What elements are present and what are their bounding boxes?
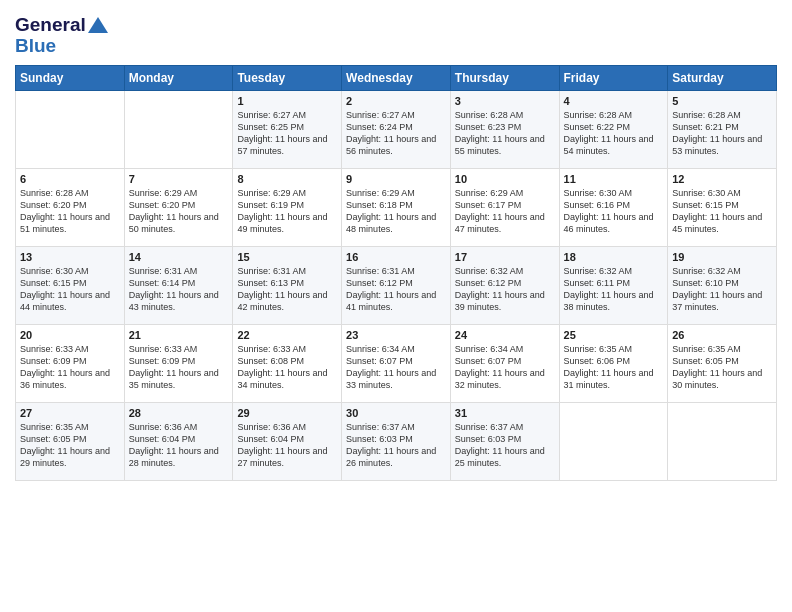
cell-details: Sunrise: 6:37 AMSunset: 6:03 PMDaylight:… — [455, 421, 555, 470]
logo: General Blue — [15, 10, 108, 57]
calendar-cell: 18Sunrise: 6:32 AMSunset: 6:11 PMDayligh… — [559, 246, 668, 324]
calendar-cell: 3Sunrise: 6:28 AMSunset: 6:23 PMDaylight… — [450, 90, 559, 168]
calendar-cell: 23Sunrise: 6:34 AMSunset: 6:07 PMDayligh… — [342, 324, 451, 402]
calendar-week-0: 1Sunrise: 6:27 AMSunset: 6:25 PMDaylight… — [16, 90, 777, 168]
calendar-cell: 19Sunrise: 6:32 AMSunset: 6:10 PMDayligh… — [668, 246, 777, 324]
calendar-cell: 30Sunrise: 6:37 AMSunset: 6:03 PMDayligh… — [342, 402, 451, 480]
header-day-monday: Monday — [124, 65, 233, 90]
calendar-cell — [16, 90, 125, 168]
main-container: General Blue SundayMondayTuesdayWednesda… — [0, 0, 792, 491]
calendar-cell: 9Sunrise: 6:29 AMSunset: 6:18 PMDaylight… — [342, 168, 451, 246]
calendar-week-1: 6Sunrise: 6:28 AMSunset: 6:20 PMDaylight… — [16, 168, 777, 246]
calendar-cell: 13Sunrise: 6:30 AMSunset: 6:15 PMDayligh… — [16, 246, 125, 324]
header: General Blue — [15, 10, 777, 57]
svg-marker-0 — [88, 17, 108, 33]
calendar-cell: 2Sunrise: 6:27 AMSunset: 6:24 PMDaylight… — [342, 90, 451, 168]
day-number: 26 — [672, 329, 772, 341]
day-number: 20 — [20, 329, 120, 341]
cell-details: Sunrise: 6:29 AMSunset: 6:17 PMDaylight:… — [455, 187, 555, 236]
cell-details: Sunrise: 6:34 AMSunset: 6:07 PMDaylight:… — [346, 343, 446, 392]
calendar-cell: 20Sunrise: 6:33 AMSunset: 6:09 PMDayligh… — [16, 324, 125, 402]
cell-details: Sunrise: 6:35 AMSunset: 6:05 PMDaylight:… — [672, 343, 772, 392]
cell-details: Sunrise: 6:28 AMSunset: 6:21 PMDaylight:… — [672, 109, 772, 158]
header-day-saturday: Saturday — [668, 65, 777, 90]
calendar-cell: 4Sunrise: 6:28 AMSunset: 6:22 PMDaylight… — [559, 90, 668, 168]
logo-general: General — [15, 14, 86, 35]
cell-details: Sunrise: 6:28 AMSunset: 6:22 PMDaylight:… — [564, 109, 664, 158]
day-number: 11 — [564, 173, 664, 185]
calendar-cell — [559, 402, 668, 480]
day-number: 12 — [672, 173, 772, 185]
cell-details: Sunrise: 6:32 AMSunset: 6:12 PMDaylight:… — [455, 265, 555, 314]
logo-icon — [88, 17, 108, 33]
cell-details: Sunrise: 6:29 AMSunset: 6:18 PMDaylight:… — [346, 187, 446, 236]
day-number: 6 — [20, 173, 120, 185]
cell-details: Sunrise: 6:33 AMSunset: 6:08 PMDaylight:… — [237, 343, 337, 392]
calendar-cell: 25Sunrise: 6:35 AMSunset: 6:06 PMDayligh… — [559, 324, 668, 402]
header-day-friday: Friday — [559, 65, 668, 90]
calendar-cell: 5Sunrise: 6:28 AMSunset: 6:21 PMDaylight… — [668, 90, 777, 168]
calendar-cell: 8Sunrise: 6:29 AMSunset: 6:19 PMDaylight… — [233, 168, 342, 246]
calendar-cell: 31Sunrise: 6:37 AMSunset: 6:03 PMDayligh… — [450, 402, 559, 480]
cell-details: Sunrise: 6:31 AMSunset: 6:12 PMDaylight:… — [346, 265, 446, 314]
cell-details: Sunrise: 6:36 AMSunset: 6:04 PMDaylight:… — [237, 421, 337, 470]
day-number: 16 — [346, 251, 446, 263]
day-number: 28 — [129, 407, 229, 419]
day-number: 30 — [346, 407, 446, 419]
cell-details: Sunrise: 6:32 AMSunset: 6:11 PMDaylight:… — [564, 265, 664, 314]
header-day-tuesday: Tuesday — [233, 65, 342, 90]
day-number: 23 — [346, 329, 446, 341]
calendar-cell: 6Sunrise: 6:28 AMSunset: 6:20 PMDaylight… — [16, 168, 125, 246]
calendar-cell: 15Sunrise: 6:31 AMSunset: 6:13 PMDayligh… — [233, 246, 342, 324]
day-number: 2 — [346, 95, 446, 107]
calendar-cell: 26Sunrise: 6:35 AMSunset: 6:05 PMDayligh… — [668, 324, 777, 402]
cell-details: Sunrise: 6:30 AMSunset: 6:16 PMDaylight:… — [564, 187, 664, 236]
calendar-table: SundayMondayTuesdayWednesdayThursdayFrid… — [15, 65, 777, 481]
cell-details: Sunrise: 6:29 AMSunset: 6:19 PMDaylight:… — [237, 187, 337, 236]
cell-details: Sunrise: 6:36 AMSunset: 6:04 PMDaylight:… — [129, 421, 229, 470]
day-number: 31 — [455, 407, 555, 419]
calendar-cell: 27Sunrise: 6:35 AMSunset: 6:05 PMDayligh… — [16, 402, 125, 480]
calendar-cell: 29Sunrise: 6:36 AMSunset: 6:04 PMDayligh… — [233, 402, 342, 480]
calendar-cell: 24Sunrise: 6:34 AMSunset: 6:07 PMDayligh… — [450, 324, 559, 402]
calendar-cell: 11Sunrise: 6:30 AMSunset: 6:16 PMDayligh… — [559, 168, 668, 246]
logo-blue: Blue — [15, 36, 108, 57]
day-number: 24 — [455, 329, 555, 341]
cell-details: Sunrise: 6:34 AMSunset: 6:07 PMDaylight:… — [455, 343, 555, 392]
day-number: 25 — [564, 329, 664, 341]
day-number: 17 — [455, 251, 555, 263]
day-number: 7 — [129, 173, 229, 185]
calendar-cell: 22Sunrise: 6:33 AMSunset: 6:08 PMDayligh… — [233, 324, 342, 402]
cell-details: Sunrise: 6:30 AMSunset: 6:15 PMDaylight:… — [672, 187, 772, 236]
cell-details: Sunrise: 6:35 AMSunset: 6:06 PMDaylight:… — [564, 343, 664, 392]
day-number: 9 — [346, 173, 446, 185]
day-number: 10 — [455, 173, 555, 185]
day-number: 19 — [672, 251, 772, 263]
cell-details: Sunrise: 6:33 AMSunset: 6:09 PMDaylight:… — [20, 343, 120, 392]
calendar-header-row: SundayMondayTuesdayWednesdayThursdayFrid… — [16, 65, 777, 90]
calendar-cell — [124, 90, 233, 168]
cell-details: Sunrise: 6:28 AMSunset: 6:20 PMDaylight:… — [20, 187, 120, 236]
calendar-cell: 16Sunrise: 6:31 AMSunset: 6:12 PMDayligh… — [342, 246, 451, 324]
cell-details: Sunrise: 6:27 AMSunset: 6:24 PMDaylight:… — [346, 109, 446, 158]
day-number: 13 — [20, 251, 120, 263]
calendar-week-2: 13Sunrise: 6:30 AMSunset: 6:15 PMDayligh… — [16, 246, 777, 324]
day-number: 3 — [455, 95, 555, 107]
day-number: 21 — [129, 329, 229, 341]
day-number: 18 — [564, 251, 664, 263]
calendar-cell: 14Sunrise: 6:31 AMSunset: 6:14 PMDayligh… — [124, 246, 233, 324]
calendar-cell: 21Sunrise: 6:33 AMSunset: 6:09 PMDayligh… — [124, 324, 233, 402]
calendar-week-4: 27Sunrise: 6:35 AMSunset: 6:05 PMDayligh… — [16, 402, 777, 480]
day-number: 5 — [672, 95, 772, 107]
cell-details: Sunrise: 6:32 AMSunset: 6:10 PMDaylight:… — [672, 265, 772, 314]
cell-details: Sunrise: 6:28 AMSunset: 6:23 PMDaylight:… — [455, 109, 555, 158]
calendar-cell: 1Sunrise: 6:27 AMSunset: 6:25 PMDaylight… — [233, 90, 342, 168]
day-number: 4 — [564, 95, 664, 107]
day-number: 29 — [237, 407, 337, 419]
calendar-cell: 7Sunrise: 6:29 AMSunset: 6:20 PMDaylight… — [124, 168, 233, 246]
calendar-cell: 17Sunrise: 6:32 AMSunset: 6:12 PMDayligh… — [450, 246, 559, 324]
cell-details: Sunrise: 6:27 AMSunset: 6:25 PMDaylight:… — [237, 109, 337, 158]
calendar-cell: 28Sunrise: 6:36 AMSunset: 6:04 PMDayligh… — [124, 402, 233, 480]
header-day-sunday: Sunday — [16, 65, 125, 90]
cell-details: Sunrise: 6:31 AMSunset: 6:14 PMDaylight:… — [129, 265, 229, 314]
